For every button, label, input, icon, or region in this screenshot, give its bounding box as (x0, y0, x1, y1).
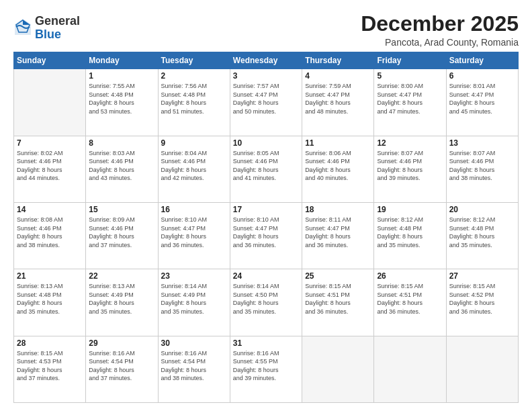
calendar-cell: 5Sunrise: 8:00 AM Sunset: 4:47 PM Daylig… (374, 69, 446, 136)
day-number: 2 (161, 71, 227, 81)
weekday-header: Wednesday (230, 52, 302, 69)
logo-icon (13, 17, 32, 36)
calendar-cell: 30Sunrise: 8:16 AM Sunset: 4:54 PM Dayli… (158, 336, 230, 402)
calendar-cell (374, 336, 446, 402)
calendar-week-row: 7Sunrise: 8:02 AM Sunset: 4:46 PM Daylig… (14, 136, 519, 202)
day-info: Sunrise: 8:11 AM Sunset: 4:47 PM Dayligh… (305, 216, 371, 249)
weekday-header: Saturday (446, 52, 518, 69)
day-info: Sunrise: 8:02 AM Sunset: 4:46 PM Dayligh… (17, 149, 83, 183)
day-info: Sunrise: 8:12 AM Sunset: 4:48 PM Dayligh… (449, 216, 515, 249)
calendar-cell: 15Sunrise: 8:09 AM Sunset: 4:46 PM Dayli… (86, 202, 158, 269)
day-info: Sunrise: 8:16 AM Sunset: 4:54 PM Dayligh… (161, 349, 227, 383)
calendar-cell: 25Sunrise: 8:15 AM Sunset: 4:51 PM Dayli… (302, 269, 374, 336)
day-info: Sunrise: 8:14 AM Sunset: 4:49 PM Dayligh… (161, 282, 227, 316)
day-number: 20 (449, 205, 515, 214)
header: General Blue December 2025 Pancota, Arad… (13, 12, 519, 48)
day-number: 24 (233, 271, 299, 281)
weekday-header: Friday (374, 52, 446, 69)
calendar-table: SundayMondayTuesdayWednesdayThursdayFrid… (13, 52, 519, 403)
calendar-week-row: 21Sunrise: 8:13 AM Sunset: 4:48 PM Dayli… (14, 269, 519, 336)
day-number: 28 (17, 338, 83, 348)
calendar-cell: 26Sunrise: 8:15 AM Sunset: 4:51 PM Dayli… (374, 269, 446, 336)
logo-line1: General (35, 14, 80, 28)
day-number: 21 (17, 271, 83, 281)
calendar-cell: 8Sunrise: 8:03 AM Sunset: 4:46 PM Daylig… (86, 136, 158, 202)
calendar-cell: 2Sunrise: 7:56 AM Sunset: 4:48 PM Daylig… (158, 69, 230, 136)
day-number: 13 (449, 138, 515, 148)
calendar-cell (14, 69, 86, 136)
day-number: 18 (305, 205, 371, 214)
day-info: Sunrise: 8:09 AM Sunset: 4:46 PM Dayligh… (89, 216, 154, 249)
calendar-header-row: SundayMondayTuesdayWednesdayThursdayFrid… (14, 52, 519, 69)
day-number: 12 (377, 138, 443, 148)
day-number: 16 (161, 205, 227, 214)
day-info: Sunrise: 7:59 AM Sunset: 4:47 PM Dayligh… (305, 82, 371, 116)
day-number: 22 (89, 271, 154, 281)
calendar-cell: 9Sunrise: 8:04 AM Sunset: 4:46 PM Daylig… (158, 136, 230, 202)
calendar-cell: 22Sunrise: 8:13 AM Sunset: 4:49 PM Dayli… (86, 269, 158, 336)
day-number: 17 (233, 205, 299, 214)
day-number: 5 (377, 71, 443, 81)
day-info: Sunrise: 8:10 AM Sunset: 4:47 PM Dayligh… (161, 216, 227, 249)
title-block: December 2025 Pancota, Arad County, Roma… (361, 12, 519, 48)
day-number: 11 (305, 138, 371, 148)
calendar-week-row: 28Sunrise: 8:15 AM Sunset: 4:53 PM Dayli… (14, 336, 519, 402)
calendar-week-row: 14Sunrise: 8:08 AM Sunset: 4:46 PM Dayli… (14, 202, 519, 269)
day-number: 30 (161, 338, 227, 348)
day-number: 6 (449, 71, 515, 81)
day-info: Sunrise: 7:56 AM Sunset: 4:48 PM Dayligh… (161, 82, 227, 116)
day-info: Sunrise: 7:57 AM Sunset: 4:47 PM Dayligh… (233, 82, 299, 116)
day-info: Sunrise: 8:07 AM Sunset: 4:46 PM Dayligh… (449, 149, 515, 183)
day-info: Sunrise: 8:15 AM Sunset: 4:51 PM Dayligh… (377, 282, 443, 316)
page: General Blue December 2025 Pancota, Arad… (0, 0, 532, 411)
day-number: 31 (233, 338, 299, 348)
calendar-cell: 29Sunrise: 8:16 AM Sunset: 4:54 PM Dayli… (86, 336, 158, 402)
calendar-cell: 14Sunrise: 8:08 AM Sunset: 4:46 PM Dayli… (14, 202, 86, 269)
calendar-cell: 19Sunrise: 8:12 AM Sunset: 4:48 PM Dayli… (374, 202, 446, 269)
day-info: Sunrise: 8:05 AM Sunset: 4:46 PM Dayligh… (233, 149, 299, 183)
day-info: Sunrise: 8:14 AM Sunset: 4:50 PM Dayligh… (233, 282, 299, 316)
day-number: 25 (305, 271, 371, 281)
day-number: 7 (17, 138, 83, 148)
calendar-cell: 10Sunrise: 8:05 AM Sunset: 4:46 PM Dayli… (230, 136, 302, 202)
location: Pancota, Arad County, Romania (361, 37, 519, 48)
calendar-cell: 28Sunrise: 8:15 AM Sunset: 4:53 PM Dayli… (14, 336, 86, 402)
day-number: 3 (233, 71, 299, 81)
logo-line2: Blue (35, 28, 61, 41)
day-info: Sunrise: 8:15 AM Sunset: 4:53 PM Dayligh… (17, 349, 83, 383)
day-info: Sunrise: 7:55 AM Sunset: 4:48 PM Dayligh… (89, 82, 154, 116)
calendar-cell: 1Sunrise: 7:55 AM Sunset: 4:48 PM Daylig… (86, 69, 158, 136)
day-info: Sunrise: 8:16 AM Sunset: 4:54 PM Dayligh… (89, 349, 154, 383)
day-info: Sunrise: 8:13 AM Sunset: 4:49 PM Dayligh… (89, 282, 154, 316)
weekday-header: Sunday (14, 52, 86, 69)
day-info: Sunrise: 8:03 AM Sunset: 4:46 PM Dayligh… (89, 149, 154, 183)
month-title: December 2025 (361, 12, 519, 36)
calendar-cell: 20Sunrise: 8:12 AM Sunset: 4:48 PM Dayli… (446, 202, 518, 269)
calendar-cell: 4Sunrise: 7:59 AM Sunset: 4:47 PM Daylig… (302, 69, 374, 136)
day-number: 23 (161, 271, 227, 281)
calendar-cell: 21Sunrise: 8:13 AM Sunset: 4:48 PM Dayli… (14, 269, 86, 336)
logo: General Blue (13, 15, 80, 42)
day-info: Sunrise: 8:06 AM Sunset: 4:46 PM Dayligh… (305, 149, 371, 183)
calendar-cell: 3Sunrise: 7:57 AM Sunset: 4:47 PM Daylig… (230, 69, 302, 136)
calendar-cell: 18Sunrise: 8:11 AM Sunset: 4:47 PM Dayli… (302, 202, 374, 269)
calendar-cell: 12Sunrise: 8:07 AM Sunset: 4:46 PM Dayli… (374, 136, 446, 202)
day-info: Sunrise: 8:15 AM Sunset: 4:52 PM Dayligh… (449, 282, 515, 316)
day-info: Sunrise: 8:12 AM Sunset: 4:48 PM Dayligh… (377, 216, 443, 249)
day-info: Sunrise: 8:07 AM Sunset: 4:46 PM Dayligh… (377, 149, 443, 183)
day-number: 26 (377, 271, 443, 281)
day-info: Sunrise: 8:15 AM Sunset: 4:51 PM Dayligh… (305, 282, 371, 316)
day-info: Sunrise: 8:10 AM Sunset: 4:47 PM Dayligh… (233, 216, 299, 249)
day-info: Sunrise: 8:13 AM Sunset: 4:48 PM Dayligh… (17, 282, 83, 316)
weekday-header: Tuesday (158, 52, 230, 69)
calendar-cell: 16Sunrise: 8:10 AM Sunset: 4:47 PM Dayli… (158, 202, 230, 269)
day-info: Sunrise: 8:00 AM Sunset: 4:47 PM Dayligh… (377, 82, 443, 116)
day-number: 29 (89, 338, 154, 348)
day-number: 4 (305, 71, 371, 81)
day-info: Sunrise: 8:08 AM Sunset: 4:46 PM Dayligh… (17, 216, 83, 249)
day-number: 8 (89, 138, 154, 148)
weekday-header: Monday (86, 52, 158, 69)
day-number: 10 (233, 138, 299, 148)
day-number: 27 (449, 271, 515, 281)
calendar-cell: 31Sunrise: 8:16 AM Sunset: 4:55 PM Dayli… (230, 336, 302, 402)
